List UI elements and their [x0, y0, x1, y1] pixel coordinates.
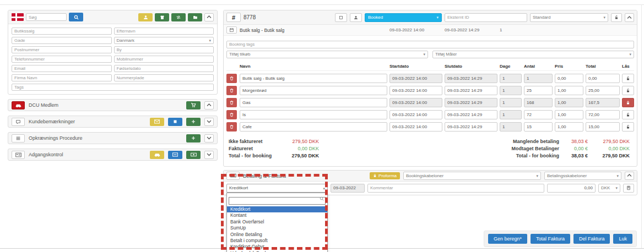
booking-collapse-button[interactable]: [625, 13, 634, 22]
payment-templates-select[interactable]: Betalingsskabeloner ▾: [544, 172, 621, 180]
customer-search-input[interactable]: [26, 13, 67, 21]
booking-template-select[interactable]: Standard ▾: [530, 13, 608, 22]
row-days-input[interactable]: [500, 122, 522, 132]
collection-add-button[interactable]: [186, 134, 201, 143]
row-start-input[interactable]: [389, 122, 442, 132]
section-dcu-medlem[interactable]: DCU Medlem: [8, 99, 218, 111]
add-meter-select[interactable]: Tilføj Måler ▾: [432, 51, 634, 58]
row-start-input[interactable]: [389, 98, 442, 107]
row-lock-button[interactable]: [622, 122, 634, 132]
close-button[interactable]: Luk: [613, 234, 632, 244]
dropdown-option[interactable]: SumUp: [227, 225, 327, 231]
delete-row-button[interactable]: [226, 122, 237, 132]
row-lock-button[interactable]: [622, 86, 634, 95]
row-end-input[interactable]: [445, 74, 497, 83]
tags-field[interactable]: [12, 84, 214, 91]
add-addon-select[interactable]: Tilføj tilkøb ▾: [226, 51, 428, 58]
row-days-input[interactable]: [500, 98, 522, 107]
row-lock-button[interactable]: [622, 74, 634, 83]
row-total-input[interactable]: [586, 86, 620, 95]
payment-terminal-button[interactable]: [623, 184, 634, 193]
dcu-collapse-button[interactable]: [204, 101, 214, 109]
dropdown-option[interactable]: Kreditkort: [227, 206, 327, 212]
firstname-field[interactable]: [12, 28, 112, 35]
phone-field[interactable]: [12, 56, 112, 63]
row-end-input[interactable]: [445, 122, 497, 132]
row-end-input[interactable]: [445, 110, 497, 119]
access-payment-button[interactable]: [186, 151, 201, 159]
section-kundebemaerkninger[interactable]: Kundebemærkninger: [8, 116, 218, 128]
collection-expand-button[interactable]: [204, 134, 214, 143]
row-qty-input[interactable]: [524, 74, 553, 83]
row-start-input[interactable]: [389, 110, 442, 119]
notes-mail-button[interactable]: [150, 118, 164, 126]
row-days-input[interactable]: [500, 74, 522, 83]
row-price-input[interactable]: [555, 98, 583, 107]
street-field[interactable]: [12, 37, 112, 44]
dropdown-option[interactable]: Betalt i compusoft: [227, 238, 327, 244]
company-field[interactable]: [12, 74, 112, 81]
country-select[interactable]: Danmark▾: [114, 37, 214, 44]
row-lock-button[interactable]: [622, 110, 634, 119]
payment-amount-input[interactable]: [547, 184, 596, 193]
payment-date-input[interactable]: [331, 184, 365, 193]
access-card-button[interactable]: [168, 151, 182, 159]
customer-folder-button[interactable]: [188, 13, 202, 21]
customer-equipment-button[interactable]: [155, 13, 169, 21]
row-end-input[interactable]: [445, 86, 497, 95]
access-expand-button[interactable]: [204, 151, 214, 159]
row-name-input[interactable]: [240, 110, 387, 119]
payment-method-select[interactable]: Kreditkort ▴: [226, 184, 328, 193]
row-price-input[interactable]: [555, 86, 583, 95]
booking-status-select[interactable]: Booked ▾: [365, 13, 442, 22]
partial-invoice-button[interactable]: Del Faktura: [573, 234, 610, 244]
birthdate-field[interactable]: [114, 65, 214, 72]
row-price-input[interactable]: [555, 110, 583, 119]
booking-lock-button[interactable]: [611, 13, 622, 22]
lastname-field[interactable]: [114, 28, 214, 35]
dcu-cart-button[interactable]: [186, 101, 201, 109]
city-field[interactable]: [114, 46, 214, 53]
booking-guest-button[interactable]: [350, 13, 362, 22]
row-days-input[interactable]: [500, 110, 522, 119]
row-name-input[interactable]: [240, 86, 387, 95]
row-total-input[interactable]: [586, 74, 620, 83]
customer-profile-button[interactable]: [138, 13, 153, 21]
dropdown-option[interactable]: Kontant: [227, 212, 327, 218]
row-price-input[interactable]: [555, 74, 583, 83]
row-name-input[interactable]: [240, 98, 387, 107]
row-qty-input[interactable]: [524, 122, 553, 132]
mobile-field[interactable]: [114, 56, 214, 63]
customer-collapse-button[interactable]: [204, 13, 214, 21]
currency-select[interactable]: DKK ▾: [598, 184, 620, 193]
row-start-input[interactable]: [389, 74, 442, 83]
notes-expand-button[interactable]: [204, 118, 214, 126]
row-qty-input[interactable]: [524, 86, 553, 95]
payment-collapse-button[interactable]: [625, 172, 634, 180]
row-qty-input[interactable]: [524, 110, 553, 119]
customer-transfer-button[interactable]: [171, 13, 186, 21]
row-start-input[interactable]: [389, 86, 442, 95]
recalculate-button[interactable]: Gen beregn*: [488, 234, 527, 244]
row-lock-button[interactable]: [622, 98, 634, 107]
booking-tags-input[interactable]: [226, 41, 634, 48]
row-name-input[interactable]: [240, 122, 387, 132]
delete-row-button[interactable]: [226, 110, 237, 119]
row-name-input[interactable]: [240, 74, 387, 83]
dropdown-option[interactable]: Bank Overførsel: [227, 219, 327, 225]
row-qty-input[interactable]: [524, 98, 553, 107]
row-total-input[interactable]: [586, 122, 620, 132]
payment-comment-input[interactable]: [367, 184, 544, 193]
booking-checkbox-button[interactable]: [335, 13, 347, 22]
row-end-input[interactable]: [445, 98, 497, 107]
email-field[interactable]: [12, 65, 112, 72]
row-price-input[interactable]: [555, 122, 583, 132]
customer-search-button[interactable]: [69, 13, 83, 21]
row-total-input[interactable]: [586, 110, 620, 119]
plate-field[interactable]: [114, 74, 214, 81]
zip-field[interactable]: [12, 46, 112, 53]
booking-templates-select[interactable]: Bookingskabeloner ▾: [403, 172, 541, 180]
dropdown-search-input[interactable]: [229, 197, 326, 205]
delete-row-button[interactable]: [226, 98, 237, 107]
notes-note-button[interactable]: [168, 118, 182, 126]
